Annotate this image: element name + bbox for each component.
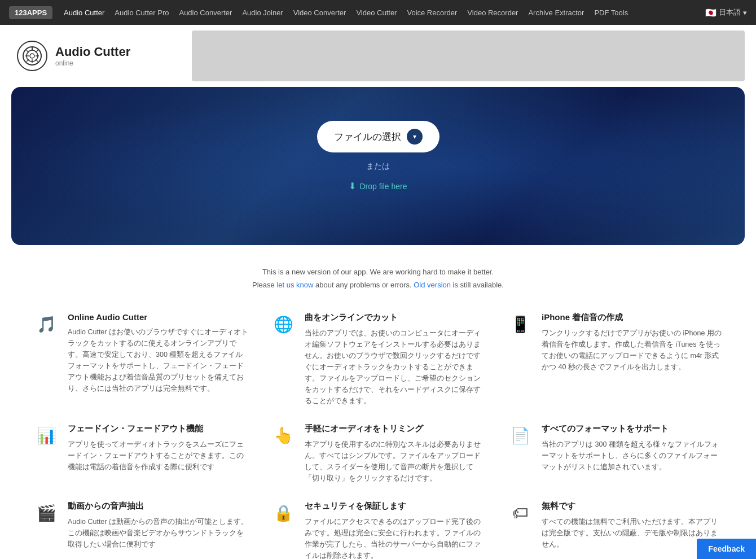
feature-title-1: 曲をオンラインでカット	[305, 312, 485, 323]
select-file-button[interactable]: ファイルの選択 ▾	[317, 121, 439, 152]
drop-file-label: Drop file here	[359, 182, 407, 191]
nav-video-converter[interactable]: Video Converter	[293, 8, 346, 17]
svg-point-2	[30, 54, 34, 58]
feature-desc-4: 本アプリを使用するのに特別なスキルは必要ありません。すべてはシンプルです。ファイ…	[305, 439, 485, 484]
feature-desc-8: すべての機能は無料でご利用いただけます。本アプリは完全版です。支払いの隠蔽、デモ…	[542, 516, 722, 550]
download-icon: ⬇	[349, 181, 356, 191]
nav-archive-extractor[interactable]: Archive Extractor	[528, 8, 584, 17]
features-grid: 🎵 Online Audio Cutter Audio Cutter はお使いの…	[0, 301, 756, 559]
nav-audio-joiner[interactable]: Audio Joiner	[242, 8, 283, 17]
status-badge: online	[55, 59, 130, 67]
nav-links: Audio Cutter Audio Cutter Pro Audio Conv…	[64, 8, 694, 17]
feature-desc-5: 当社のアプリは 300 種類を超える様々なファイルフォーマットをサポートし、さら…	[542, 439, 722, 473]
drop-file-area[interactable]: ⬇ Drop file here	[349, 181, 407, 191]
feature-item-5: 📄 すべてのフォーマットをサポート 当社のアプリは 300 種類を超える様々なフ…	[508, 423, 722, 484]
nav-pdf-tools[interactable]: PDF Tools	[594, 8, 628, 17]
lang-label: 日本語	[719, 7, 741, 18]
feature-text-3: フェードイン・フェードアウト機能 アプリを使ってオーディオトラックをスムーズにフ…	[68, 423, 248, 473]
free-icon: 🏷	[508, 501, 533, 526]
feature-title-7: セキュリティを保証します	[305, 501, 485, 512]
feature-text-0: Online Audio Cutter Audio Cutter はお使いのブラ…	[68, 312, 248, 394]
header-title-group: Audio Cutter online	[55, 45, 130, 67]
video-audio-icon: 🎬	[34, 501, 59, 526]
security-icon: 🔒	[271, 501, 296, 526]
info-post: is still available.	[451, 281, 504, 289]
feature-text-2: iPhone 着信音の作成 ワンクリックするだけでアプリがお使いの iPhone…	[542, 312, 722, 373]
feature-desc-1: 当社のアプリでは、お使いのコンピュータにオーディオ編集ソフトウェアをインストール…	[305, 327, 485, 407]
feature-title-8: 無料です	[542, 501, 722, 512]
feature-item-0: 🎵 Online Audio Cutter Audio Cutter はお使いの…	[34, 312, 248, 407]
info-line2: Please let us know about any problems or…	[11, 278, 745, 291]
lang-dropdown-icon: ▾	[743, 8, 747, 17]
feature-title-5: すべてのフォーマットをサポート	[542, 423, 722, 434]
page-title: Audio Cutter	[55, 45, 130, 59]
feature-title-3: フェードイン・フェードアウト機能	[68, 423, 248, 434]
feature-item-7: 🔒 セキュリティを保証します ファイルにアクセスできるのはアップロード完了後のみ…	[271, 501, 485, 559]
feature-text-1: 曲をオンラインでカット 当社のアプリでは、お使いのコンピュータにオーディオ編集ソ…	[305, 312, 485, 407]
flag-icon: 🇯🇵	[705, 7, 717, 18]
feature-item-3: 📊 フェードイン・フェードアウト機能 アプリを使ってオーディオトラックをスムーズ…	[34, 423, 248, 484]
feature-item-6: 🎬 動画からの音声抽出 Audio Cutter は動画からの音声の抽出が可能と…	[34, 501, 248, 559]
let-us-know-link[interactable]: let us know	[276, 281, 313, 289]
header: Audio Cutter online	[0, 25, 756, 87]
language-selector[interactable]: 🇯🇵 日本語 ▾	[705, 7, 747, 18]
feature-title-0: Online Audio Cutter	[68, 312, 248, 322]
feature-text-4: 手軽にオーディオをトリミング 本アプリを使用するのに特別なスキルは必要ありません…	[305, 423, 485, 484]
fade-icon: 📊	[34, 423, 59, 448]
feature-text-5: すべてのフォーマットをサポート 当社のアプリは 300 種類を超える様々なファイ…	[542, 423, 722, 473]
brand-button[interactable]: 123APPS	[9, 6, 52, 19]
nav-audio-converter[interactable]: Audio Converter	[179, 8, 232, 17]
feature-desc-6: Audio Cutter は動画からの音声の抽出が可能とします。この機能は映画や…	[68, 516, 248, 550]
hero-section: ファイルの選択 ▾ または ⬇ Drop file here	[11, 87, 745, 245]
nav-voice-recorder[interactable]: Voice Recorder	[407, 8, 457, 17]
nav-audio-cutter-pro[interactable]: Audio Cutter Pro	[115, 8, 169, 17]
format-icon: 📄	[508, 423, 533, 448]
feature-desc-7: ファイルにアクセスできるのはアップロード完了後のみです。処理は完全に安全に行われ…	[305, 516, 485, 559]
feature-text-6: 動画からの音声抽出 Audio Cutter は動画からの音声の抽出が可能としま…	[68, 501, 248, 550]
info-line1: This is a new version of our app. We are…	[11, 265, 745, 278]
audio-cutter-icon: 🎵	[34, 312, 59, 337]
info-pre: Please	[252, 281, 276, 289]
ad-banner	[192, 30, 745, 81]
feature-text-8: 無料です すべての機能は無料でご利用いただけます。本アプリは完全版です。支払いの…	[542, 501, 722, 550]
or-label: または	[366, 161, 390, 172]
feature-item-4: 👆 手軽にオーディオをトリミング 本アプリを使用するのに特別なスキルは必要ありま…	[271, 423, 485, 484]
info-mid: about any problems or errors.	[313, 281, 414, 289]
hero-content: ファイルの選択 ▾ または ⬇ Drop file here	[317, 121, 439, 191]
nav-audio-cutter[interactable]: Audio Cutter	[64, 8, 104, 17]
feature-item-2: 📱 iPhone 着信音の作成 ワンクリックするだけでアプリがお使いの iPho…	[508, 312, 722, 407]
feedback-button[interactable]: Feedback	[697, 539, 756, 559]
logo-section: Audio Cutter online	[0, 25, 192, 87]
feature-title-2: iPhone 着信音の作成	[542, 312, 722, 323]
info-bar: This is a new version of our app. We are…	[0, 256, 756, 301]
select-file-label: ファイルの選択	[334, 130, 401, 143]
app-logo	[17, 41, 47, 71]
feature-text-7: セキュリティを保証します ファイルにアクセスできるのはアップロード完了後のみです…	[305, 501, 485, 559]
feature-item-8: 🏷 無料です すべての機能は無料でご利用いただけます。本アプリは完全版です。支払…	[508, 501, 722, 559]
feature-title-4: 手軽にオーディオをトリミング	[305, 423, 485, 434]
feature-desc-2: ワンクリックするだけでアプリがお使いの iPhone 用の着信音を作成します。作…	[542, 327, 722, 373]
feature-desc-0: Audio Cutter はお使いのブラウザですぐにオーディオトラックをカットす…	[68, 326, 248, 394]
dropdown-arrow-icon: ▾	[407, 129, 423, 145]
old-version-link[interactable]: Old version	[414, 281, 451, 289]
iphone-ringtone-icon: 📱	[508, 312, 533, 337]
feature-item-1: 🌐 曲をオンラインでカット 当社のアプリでは、お使いのコンピュータにオーディオ編…	[271, 312, 485, 407]
nav-video-cutter[interactable]: Video Cutter	[356, 8, 397, 17]
nav-video-recorder[interactable]: Video Recorder	[467, 8, 518, 17]
navbar: 123APPS Audio Cutter Audio Cutter Pro Au…	[0, 0, 756, 25]
feature-desc-3: アプリを使ってオーディオトラックをスムーズにフェードイン・フェードアウトすること…	[68, 439, 248, 473]
trim-icon: 👆	[271, 423, 296, 448]
online-cut-icon: 🌐	[271, 312, 296, 337]
feature-title-6: 動画からの音声抽出	[68, 501, 248, 512]
